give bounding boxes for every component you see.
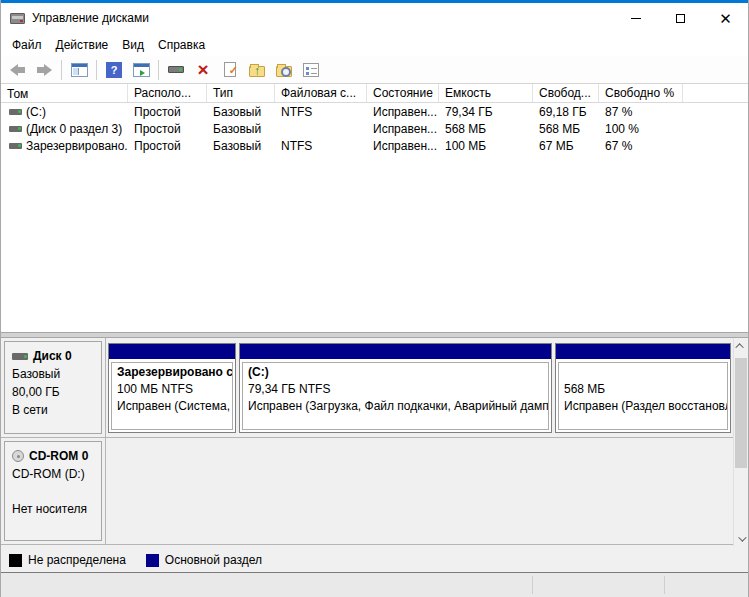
disk-status: В сети: [12, 401, 101, 419]
graphical-view-scrollbar[interactable]: [733, 338, 748, 546]
column-header-status[interactable]: Состояние: [367, 84, 439, 102]
volume-status: Исправен...: [367, 122, 439, 136]
chevron-up-icon: [735, 343, 743, 351]
cdrom-icon: [12, 450, 24, 462]
volume-free: 67 МБ: [533, 139, 599, 153]
volume-name: (Диск 0 раздел 3): [26, 122, 122, 136]
disk-management-window: Управление дисками ✕ Файл Действие Вид С…: [0, 0, 749, 597]
properties-icon[interactable]: [301, 60, 321, 80]
forward-icon[interactable]: [34, 60, 54, 80]
cdrom-0-header[interactable]: CD-ROM 0 CD-ROM (D:) Нет носителя: [4, 441, 102, 541]
volume-layout: Простой: [128, 105, 207, 119]
show-action-pane-icon[interactable]: [131, 60, 151, 80]
volume-status: Исправен...: [367, 139, 439, 153]
back-icon[interactable]: [7, 60, 27, 80]
partition-status: Исправен (Загрузка, Файл подкачки, Авари…: [248, 398, 548, 415]
partition-size: 100 МБ NTFS: [117, 381, 232, 398]
minimize-button[interactable]: [613, 3, 658, 33]
table-row[interactable]: Зарезервировано... Простой Базовый NTFS …: [1, 137, 748, 154]
legend-item-primary: Основной раздел: [146, 553, 262, 567]
column-header-free-pct[interactable]: Свободно %: [599, 84, 683, 102]
column-header-layout[interactable]: Располо...: [128, 84, 207, 102]
maximize-button[interactable]: [658, 3, 703, 33]
explore-icon[interactable]: [274, 60, 294, 80]
window-controls: ✕: [613, 3, 748, 33]
close-icon: ✕: [719, 11, 732, 26]
mark-partition-active-icon[interactable]: [220, 60, 240, 80]
volume-free: 69,18 ГБ: [533, 105, 599, 119]
partition-recovery[interactable]: 568 МБ Исправен (Раздел восстановл: [555, 343, 731, 433]
toolbar: ? ×: [1, 56, 748, 84]
partition-color-band: [556, 344, 730, 359]
column-header-filesystem[interactable]: Файловая с...: [275, 84, 367, 102]
help-icon[interactable]: ?: [104, 60, 124, 80]
disk-type: Базовый: [12, 365, 101, 383]
column-header-type[interactable]: Тип: [207, 84, 275, 102]
scroll-up-button[interactable]: [734, 338, 748, 353]
partition-status: Исправен (Раздел восстановл: [564, 398, 727, 415]
legend-bar: Не распределена Основной раздел: [1, 548, 748, 573]
disk-0-row: Диск 0 Базовый 80,00 ГБ В сети Зарезерви…: [1, 338, 748, 438]
volume-type: Базовый: [207, 122, 275, 136]
partition-c[interactable]: (C:) 79,34 ГБ NTFS Исправен (Загрузка, Ф…: [239, 343, 552, 433]
delete-volume-icon[interactable]: ×: [193, 60, 213, 80]
scroll-down-button[interactable]: [734, 531, 748, 546]
volume-filesystem: NTFS: [275, 105, 367, 119]
volume-filesystem: NTFS: [275, 139, 367, 153]
volume-name: (C:): [26, 105, 46, 119]
disk-0-header-cell: Диск 0 Базовый 80,00 ГБ В сети: [1, 338, 106, 437]
close-button[interactable]: ✕: [703, 3, 748, 33]
chevron-down-icon: [738, 533, 746, 541]
disk-name: Диск 0: [33, 347, 72, 365]
partition-color-band: [240, 344, 551, 359]
show-console-tree-icon[interactable]: [69, 60, 89, 80]
column-header-volume[interactable]: Том: [1, 84, 128, 102]
partition-status: Исправен (Система,: [117, 398, 232, 415]
partition-system-reserved[interactable]: Зарезервировано с 100 МБ NTFS Исправен (…: [108, 343, 236, 433]
volume-type: Базовый: [207, 105, 275, 119]
volume-capacity: 568 МБ: [439, 122, 533, 136]
legend-label: Основной раздел: [165, 553, 262, 567]
cdrom-0-media-area: [106, 438, 748, 544]
disk-size: 80,00 ГБ: [12, 383, 101, 401]
table-row[interactable]: (C:) Простой Базовый NTFS Исправен... 79…: [1, 103, 748, 120]
column-header-empty: [683, 84, 748, 102]
graphical-view: Диск 0 Базовый 80,00 ГБ В сети Зарезерви…: [1, 338, 748, 548]
volume-icon: [9, 109, 22, 115]
volume-list-header: Том Располо... Тип Файловая с... Состоян…: [1, 84, 748, 103]
maximize-icon: [676, 14, 685, 23]
partition-size: 79,34 ГБ NTFS: [248, 381, 548, 398]
volume-capacity: 100 МБ: [439, 139, 533, 153]
cdrom-name: CD-ROM 0: [29, 447, 88, 465]
window-title: Управление дисками: [32, 11, 149, 25]
column-header-capacity[interactable]: Емкость: [439, 84, 533, 102]
scrollbar-thumb[interactable]: [735, 358, 747, 468]
partition-title: [564, 364, 727, 381]
menu-help[interactable]: Справка: [151, 36, 212, 54]
open-icon[interactable]: [247, 60, 267, 80]
menu-action[interactable]: Действие: [49, 36, 116, 54]
primary-partition-swatch: [146, 554, 159, 567]
disk-0-header[interactable]: Диск 0 Базовый 80,00 ГБ В сети: [4, 341, 102, 434]
menu-bar: Файл Действие Вид Справка: [1, 33, 748, 56]
menu-file[interactable]: Файл: [5, 36, 49, 54]
cdrom-status: Нет носителя: [12, 500, 101, 518]
disk-management-icon[interactable]: [166, 60, 186, 80]
disk-icon: [12, 353, 28, 360]
unallocated-swatch: [9, 554, 22, 567]
volume-free: 568 МБ: [533, 122, 599, 136]
disk-management-app-icon: [10, 13, 25, 24]
volume-type: Базовый: [207, 139, 275, 153]
volume-free-pct: 87 %: [599, 105, 683, 119]
partition-size: 568 МБ: [564, 381, 727, 398]
menu-view[interactable]: Вид: [115, 36, 151, 54]
volume-name: Зарезервировано...: [26, 139, 128, 153]
title-bar[interactable]: Управление дисками ✕: [1, 3, 748, 33]
volume-icon: [9, 126, 22, 132]
volume-capacity: 79,34 ГБ: [439, 105, 533, 119]
table-row[interactable]: (Диск 0 раздел 3) Простой Базовый Исправ…: [1, 120, 748, 137]
cdrom-0-row: CD-ROM 0 CD-ROM (D:) Нет носителя: [1, 438, 748, 545]
disk-0-partitions: Зарезервировано с 100 МБ NTFS Исправен (…: [106, 338, 748, 437]
column-header-free[interactable]: Свобод...: [533, 84, 599, 102]
status-separator: [664, 576, 665, 594]
